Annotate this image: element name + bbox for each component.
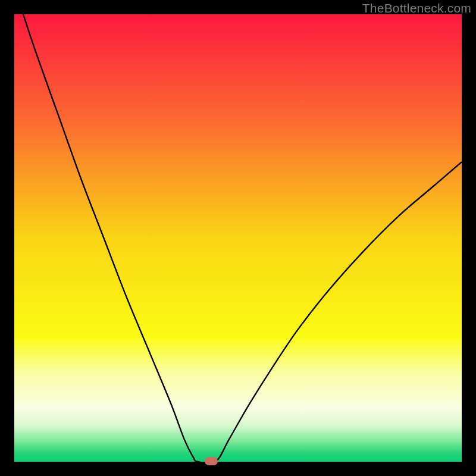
minimum-marker (205, 457, 218, 465)
chart-frame: TheBottleneck.com (0, 0, 476, 476)
gradient-rect (14, 14, 462, 462)
plot-area (14, 14, 462, 462)
attribution-text: TheBottleneck.com (362, 1, 471, 15)
bottleneck-curve-chart (14, 14, 462, 462)
